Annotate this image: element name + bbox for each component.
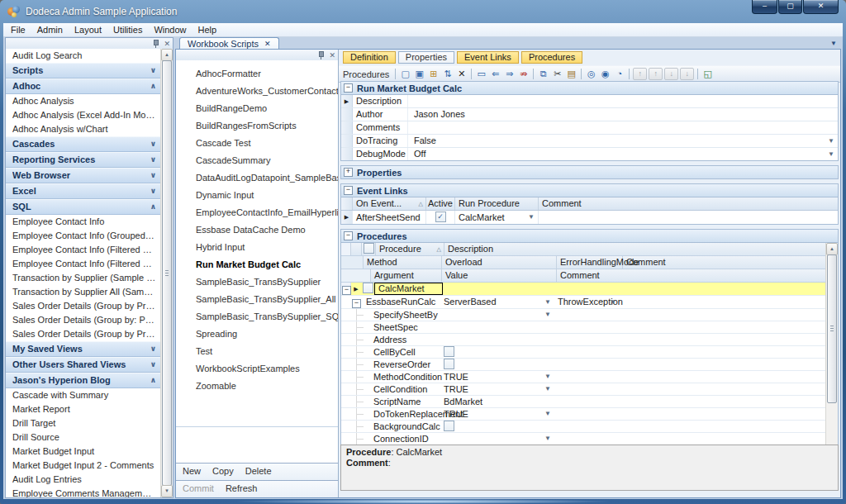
procedure-name-cell[interactable]: CalcMarket: [374, 283, 443, 295]
sidebar-item[interactable]: Web Browser ∧ ∨: [6, 168, 161, 183]
delete-icon[interactable]: ✕: [454, 68, 468, 80]
sidebar-item[interactable]: Sales Order Details (Group by Product, S…: [6, 327, 161, 341]
tab-close-icon[interactable]: ✕: [264, 38, 271, 50]
argument-row[interactable]: SpecifySheetBy ▼: [341, 309, 826, 321]
script-list-item[interactable]: Zoomable: [176, 378, 338, 395]
expand-icon[interactable]: +: [344, 168, 353, 177]
select-all-checkbox[interactable]: [364, 243, 374, 254]
argument-row[interactable]: MethodCondition TRUE ▼: [341, 371, 826, 383]
collapse-icon[interactable]: −: [344, 231, 353, 240]
find-next-icon[interactable]: ◉: [598, 68, 612, 80]
menu-item[interactable]: Utilities: [107, 23, 148, 36]
toolbar-icon[interactable]: [697, 69, 698, 79]
scroll-down-icon[interactable]: ▼: [161, 485, 173, 497]
sidebar-scrollbar[interactable]: ▲ ▼: [160, 49, 173, 497]
property-row[interactable]: DoTracing False▼: [341, 135, 838, 148]
active-checkbox[interactable]: ✓: [435, 212, 446, 222]
argument-row[interactable]: ConnectionID ▼: [341, 433, 826, 445]
toolbar-icon[interactable]: [581, 69, 582, 79]
sidebar-item[interactable]: Adhoc Analysis (Excel Add-In Mode) ∧ ∨: [6, 108, 161, 122]
sidebar-item[interactable]: Cascade with Summary ∧ ∨: [6, 388, 161, 402]
script-list-item[interactable]: Cascade Test: [176, 135, 338, 152]
collapse-node-icon[interactable]: −: [352, 299, 361, 308]
sidebar-item[interactable]: Adhoc Analysis ∧ ∨: [6, 94, 161, 108]
script-list-item[interactable]: WorkbookScriptExamples: [176, 360, 338, 378]
sidebar-item[interactable]: Audit Log Entries ∧ ∨: [6, 473, 161, 487]
sidebar-item[interactable]: Drill Source ∧ ∨: [6, 430, 161, 445]
pin-icon[interactable]: [152, 40, 159, 48]
sidebar-item[interactable]: Employee Contact Info (Grouped by: Job T…: [6, 229, 161, 243]
scrollbar-thumb[interactable]: [827, 254, 837, 403]
toolbar-icon[interactable]: [533, 69, 534, 79]
script-list-item[interactable]: Spreading: [176, 326, 338, 343]
collapse-icon[interactable]: −: [344, 186, 353, 195]
editor-tab[interactable]: Properties: [398, 51, 454, 64]
property-row[interactable]: Comments ▼: [341, 121, 838, 135]
script-list-item[interactable]: SampleBasic_TransBySupplier_All: [176, 291, 338, 308]
procedure-checkbox[interactable]: [363, 283, 373, 293]
script-list-item[interactable]: AdventureWorks_CustomerContactInfo: [176, 83, 338, 100]
paste-icon[interactable]: ▤: [564, 68, 578, 80]
property-row[interactable]: DebugMode Off▼: [341, 148, 838, 160]
argument-row[interactable]: Address ▼: [341, 334, 826, 346]
script-list-item[interactable]: Run Market Budget Calc: [176, 256, 338, 273]
sidebar-item[interactable]: Employee Contact Info ∧ ∨: [6, 215, 161, 229]
argument-row[interactable]: CellByCell ▼: [341, 346, 826, 359]
menu-item[interactable]: Window: [148, 23, 192, 36]
script-list-item[interactable]: Dynamic Input: [176, 187, 338, 204]
insert-method-icon[interactable]: ▣: [412, 68, 426, 80]
event-link-row[interactable]: ▶ AfterSheetSend ✓ CalcMarket▼: [341, 211, 838, 224]
sidebar-item[interactable]: Cascades ∧ ∨: [6, 136, 161, 152]
sidebar-item[interactable]: Employee Contact Info (Filtered by: Last…: [6, 243, 161, 257]
tab-list-dropdown-icon[interactable]: ▼: [830, 40, 837, 47]
argument-row[interactable]: CellCondition TRUE ▼: [341, 383, 826, 396]
sidebar-item[interactable]: Scripts ∧ ∨: [6, 63, 161, 78]
script-list-item[interactable]: BuildRangesFromScripts: [176, 117, 338, 135]
procedure-row[interactable]: − ▶ CalcMarket: [341, 283, 826, 296]
expand-rows-icon[interactable]: ⇅: [440, 68, 454, 80]
copy-icon[interactable]: ⧉: [536, 68, 550, 80]
action-button[interactable]: Copy: [212, 464, 234, 480]
export-icon[interactable]: ◱: [701, 68, 715, 80]
cut-icon[interactable]: ✂: [550, 68, 564, 80]
sidebar-item[interactable]: Audit Log Search ∧ ∨: [6, 49, 161, 63]
property-row[interactable]: Author Jason Jones▼: [341, 108, 838, 121]
script-list-item[interactable]: DataAuditLogDatapoint_SampleBasic: [176, 169, 338, 187]
menu-item[interactable]: Help: [192, 23, 223, 36]
scrollbar-thumb[interactable]: [162, 60, 172, 486]
script-list-item[interactable]: SampleBasic_TransBySupplier: [176, 273, 338, 291]
section-header[interactable]: − Event Links: [340, 183, 839, 197]
sidebar-item[interactable]: Sales Order Details (Group by Product, G…: [6, 299, 161, 313]
action-button[interactable]: Delete: [245, 464, 272, 480]
maximize-button[interactable]: ▢: [778, 0, 802, 14]
sidebar-item[interactable]: Adhoc ∧ ∨: [6, 78, 161, 94]
sidebar-item[interactable]: Drill Target ∧ ∨: [6, 416, 161, 430]
find-icon[interactable]: ◎: [584, 68, 598, 80]
script-list-item[interactable]: BuildRangeDemo: [176, 100, 338, 117]
toolbar-icon[interactable]: [629, 69, 630, 79]
move-up-icon[interactable]: ↑: [649, 68, 663, 80]
menu-item[interactable]: Admin: [31, 23, 69, 36]
argument-checkbox[interactable]: [444, 421, 454, 431]
sidebar-item[interactable]: Transaction by Supplier (Sample Basic) ∧…: [6, 271, 161, 285]
tab-workbook-scripts[interactable]: Workbook Scripts ✕: [179, 37, 279, 50]
shift-right-icon[interactable]: ⇒: [502, 68, 516, 80]
remove-link-icon[interactable]: ⇏: [516, 68, 530, 80]
sidebar-item[interactable]: Other Users Shared Views ∧ ∨: [6, 357, 161, 373]
action-button[interactable]: Commit: [183, 481, 214, 497]
scroll-up-icon[interactable]: ▲: [826, 243, 838, 255]
argument-checkbox[interactable]: [444, 346, 454, 357]
script-list-item[interactable]: Essbase DataCache Demo: [176, 221, 338, 239]
toolbar-icon[interactable]: [471, 69, 472, 79]
move-bottom-icon[interactable]: ↓: [680, 68, 694, 80]
sidebar-item[interactable]: Jason's Hyperion Blog ∧ ∨: [6, 373, 161, 388]
script-list-item[interactable]: SampleBasic_TransBySupplier_SQLExcel: [176, 308, 338, 326]
sidebar-item[interactable]: Employee Comments Management (Essbase.. …: [6, 487, 161, 497]
sidebar-item[interactable]: My Saved Views ∧ ∨: [6, 341, 161, 357]
pin-icon[interactable]: [317, 51, 325, 59]
script-list-item[interactable]: Hybrid Input: [176, 239, 338, 256]
method-row[interactable]: − EssbaseRunCalc ServerBased▼ ThrowExcep…: [341, 296, 826, 309]
section-header[interactable]: − Procedures: [340, 229, 839, 243]
sidebar-item[interactable]: Market Report ∧ ∨: [6, 402, 161, 416]
script-list-item[interactable]: EmployeeContactInfo_EmailHyperlink: [176, 204, 338, 221]
